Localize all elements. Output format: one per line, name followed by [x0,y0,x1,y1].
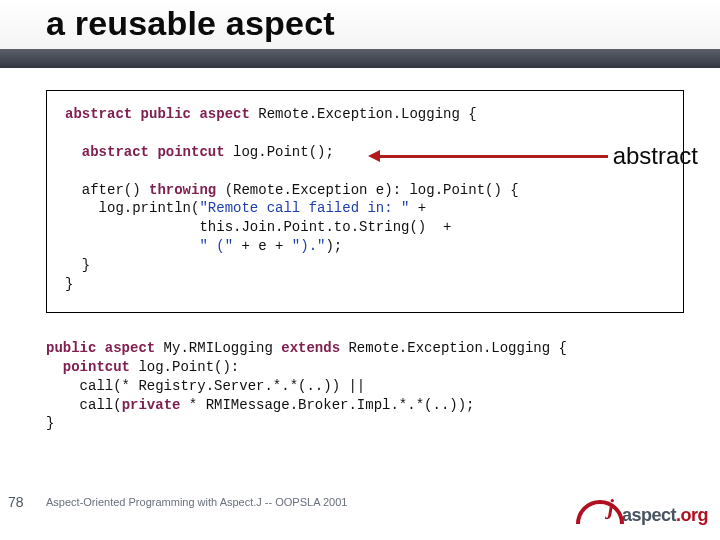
code-text: call( [46,397,122,413]
aspectj-logo: j aspect.org [578,494,708,524]
arrow-head-icon [368,150,380,162]
page-number: 78 [8,494,24,510]
string-literal: " (" [199,238,233,254]
aspectj-logo-text: aspect.org [622,506,708,524]
kw-abstract-public-aspect: abstract public aspect [65,106,250,122]
code-text: + e + [233,238,292,254]
code-text: log.println( [65,200,199,216]
code-text: log.Point(); [225,144,334,160]
kw-extends: extends [281,340,340,356]
aspectj-logo-icon: j [578,494,618,524]
kw-pointcut: pointcut [46,359,130,375]
kw-abstract-pointcut: abstract pointcut [65,144,225,160]
callout-arrow [378,155,608,157]
code-text: Remote.Exception.Logging { [340,340,567,356]
string-literal: "Remote call failed in: " [199,200,409,216]
code-text: + [409,200,426,216]
footer-citation: Aspect-Oriented Programming with Aspect.… [46,496,347,508]
code-text: call(* Registry.Server.*.*(..)) || [46,378,365,394]
code-text: ); [325,238,342,254]
kw-throwing: throwing [149,182,216,198]
code-text: this.Join.Point.to.String() + [65,219,451,235]
callout-abstract-label: abstract [613,142,698,170]
concrete-aspect-code: public aspect My.RMILogging extends Remo… [46,339,684,433]
code-text: Remote.Exception.Logging { [250,106,477,122]
code-text: log.Point(): [130,359,239,375]
kw-private: private [122,397,181,413]
code-text [65,238,199,254]
string-literal: ")." [292,238,326,254]
slide-title: a reusable aspect [46,4,335,43]
code-text: after() [65,182,149,198]
code-text: * RMIMessage.Broker.Impl.*.*(..)); [180,397,474,413]
abstract-aspect-code: abstract public aspect Remote.Exception.… [46,90,684,313]
kw-public-aspect: public aspect [46,340,155,356]
code-text: My.RMILogging [155,340,281,356]
arrow-line-icon [378,155,608,158]
code-text: } [46,415,54,431]
slide-content: abstract public aspect Remote.Exception.… [0,68,720,433]
code-text: } [65,276,73,292]
code-text: (Remote.Exception e): log.Point() { [216,182,518,198]
code-text: } [65,257,90,273]
